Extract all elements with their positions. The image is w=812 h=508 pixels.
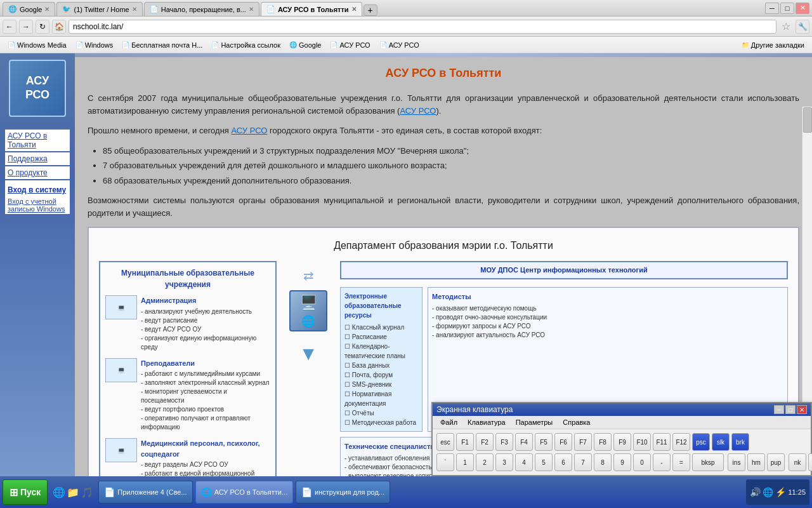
sidebar-link-asy[interactable]: АСУ РСО в Тольяти [5, 130, 70, 151]
osk-close[interactable]: ✕ [797, 405, 807, 414]
tab-nachalo-close[interactable]: ✕ [249, 6, 254, 13]
key-f7[interactable]: F7 [574, 433, 592, 451]
taskbar-quicklaunch[interactable]: 🌐 📁 🎵 [50, 481, 96, 504]
key-brk[interactable]: brk [731, 433, 749, 451]
key-f6[interactable]: F6 [554, 433, 572, 451]
sound-icon[interactable]: 🔊 [750, 487, 761, 497]
osk-menu-params[interactable]: Параметры [511, 417, 558, 427]
close-button[interactable]: ✕ [796, 3, 809, 14]
key-2[interactable]: 2 [476, 453, 494, 471]
bookmark-windows[interactable]: 📄 Windows [72, 40, 117, 50]
bookmark-windows-media[interactable]: 📄 Windows Media [4, 40, 70, 50]
tab-twitter-label: (1) Twitter / Home [74, 6, 129, 13]
page-title: АСУ РСО в Тольятти [88, 65, 799, 82]
scrollbar-thumb[interactable] [803, 107, 812, 133]
key-f11[interactable]: F11 [653, 433, 671, 451]
maximize-button[interactable]: □ [780, 3, 794, 14]
key-equals[interactable]: = [672, 453, 690, 471]
osk-maximize[interactable]: □ [785, 405, 796, 414]
key-f1[interactable]: F1 [456, 433, 474, 451]
key-8[interactable]: 8 [594, 453, 612, 471]
osk-menu-help[interactable]: Справка [558, 417, 595, 427]
key-f5[interactable]: F5 [535, 433, 553, 451]
reload-button[interactable]: ↻ [36, 20, 49, 34]
osk-menu-file[interactable]: Файл [435, 417, 462, 427]
key-9[interactable]: 9 [613, 453, 631, 471]
bookmark-asy1[interactable]: 📄 АСУ РСО [326, 40, 374, 50]
minimize-button[interactable]: ─ [765, 3, 779, 14]
address-bar[interactable] [69, 20, 776, 34]
key-nk[interactable]: nk [789, 453, 806, 471]
start-button[interactable]: ⊞ Пуск [3, 479, 48, 505]
key-psc[interactable]: psc [692, 433, 710, 451]
paragraph-3: Возможностями системы пользуются органы … [88, 194, 799, 219]
key-slash[interactable]: / [808, 453, 812, 471]
network-icon[interactable]: 🌐 [763, 487, 773, 497]
key-esc[interactable]: esc [436, 433, 454, 451]
home-button[interactable]: 🏠 [52, 20, 66, 34]
key-f12[interactable]: F12 [672, 433, 690, 451]
key-backtick[interactable]: ` [436, 453, 454, 471]
key-f3[interactable]: F3 [495, 433, 513, 451]
arrow-down: ▼ [299, 339, 318, 368]
osk-menu-keyboard[interactable]: Клавиатура [462, 417, 511, 427]
tab-twitter[interactable]: 🐦 (1) Twitter / Home ✕ [56, 2, 142, 16]
tab-google-close[interactable]: ✕ [44, 6, 49, 13]
new-tab-button[interactable]: + [363, 4, 377, 16]
key-1[interactable]: 1 [456, 453, 474, 471]
bullet-2: 7 образовательных учреждений для детей д… [103, 159, 799, 172]
dept-title: Департамент образования мэрии г.о. Толья… [99, 238, 788, 253]
osk-minimize[interactable]: ─ [774, 405, 784, 414]
key-slk[interactable]: slk [712, 433, 730, 451]
tab-google[interactable]: 🌐 Google ✕ [3, 2, 55, 16]
osk-window-controls: ─ □ ✕ [774, 405, 807, 414]
sidebar-windows-login[interactable]: Вход с учетной записью Windows [5, 196, 70, 214]
taskbar-asy-label: АСУ РСО в Тольятти... [214, 488, 287, 496]
key-5[interactable]: 5 [535, 453, 553, 471]
asy-link-2[interactable]: АСУ РСО [231, 126, 267, 135]
power-icon[interactable]: ⚡ [775, 487, 786, 497]
ie-icon: 🌐 [53, 486, 65, 498]
key-hm[interactable]: hm [747, 453, 765, 471]
key-0[interactable]: 0 [633, 453, 651, 471]
sidebar-link-product[interactable]: О продукте [5, 166, 70, 179]
sidebar-login-section[interactable]: Вход в систему [5, 180, 70, 196]
bookmark-nastroika-label: Настройка ссылок [221, 41, 280, 49]
key-6[interactable]: 6 [554, 453, 572, 471]
key-pup[interactable]: pup [767, 453, 785, 471]
asy-link-1[interactable]: АСУ РСО [400, 106, 436, 116]
forward-button[interactable]: → [19, 20, 33, 34]
key-f4[interactable]: F4 [515, 433, 533, 451]
key-f10[interactable]: F10 [633, 433, 651, 451]
key-f2[interactable]: F2 [476, 433, 494, 451]
sidebar-link-support[interactable]: Поддержка [5, 152, 70, 165]
other-bookmarks[interactable]: 📁 Другие закладки [738, 40, 808, 50]
bookmark-nastroika[interactable]: 📄 Настройка ссылок [207, 40, 284, 50]
wrench-button[interactable]: 🔧 [796, 20, 809, 34]
taskbar-item-instruction[interactable]: 📄 инструкция для род... [296, 481, 390, 504]
bookmark-pochta-label: Бесплатная почта Н... [131, 41, 202, 49]
tab-nachalo-label: Начало, прекращение, в... [161, 6, 246, 13]
taskbar-item-asy[interactable]: 🌐 АСУ РСО в Тольятти... [195, 481, 293, 504]
bookmark-asy2[interactable]: 📄 АСУ РСО [376, 40, 423, 50]
back-button[interactable]: ← [3, 20, 16, 34]
key-3[interactable]: 3 [495, 453, 513, 471]
role-medical: 💻 Медицинский персонал, психолог, соцпед… [105, 438, 270, 476]
tab-twitter-close[interactable]: ✕ [132, 6, 137, 13]
tab-nachalo[interactable]: 📄 Начало, прекращение, в... ✕ [144, 2, 259, 16]
admin-icon: 💻 [105, 295, 137, 319]
key-7[interactable]: 7 [574, 453, 592, 471]
tab-asy[interactable]: 📄 АСУ РСО в Тольятти ✕ [261, 2, 362, 16]
key-4[interactable]: 4 [515, 453, 533, 471]
key-f9[interactable]: F9 [613, 433, 631, 451]
bookmark-star[interactable]: ☆ [779, 20, 793, 34]
bookmark-google[interactable]: 🌐 Google [285, 40, 325, 50]
key-minus[interactable]: - [653, 453, 671, 471]
key-f8[interactable]: F8 [594, 433, 612, 451]
key-ins[interactable]: ins [728, 453, 745, 471]
bookmark-pochta[interactable]: 📄 Бесплатная почта Н... [118, 40, 206, 50]
taskbar-item-app4[interactable]: 📄 Приложение 4 (Све... [98, 481, 192, 504]
key-bksp[interactable]: bksp [692, 453, 724, 471]
tab-asy-close[interactable]: ✕ [351, 6, 357, 13]
asy1-icon: 📄 [330, 41, 337, 48]
